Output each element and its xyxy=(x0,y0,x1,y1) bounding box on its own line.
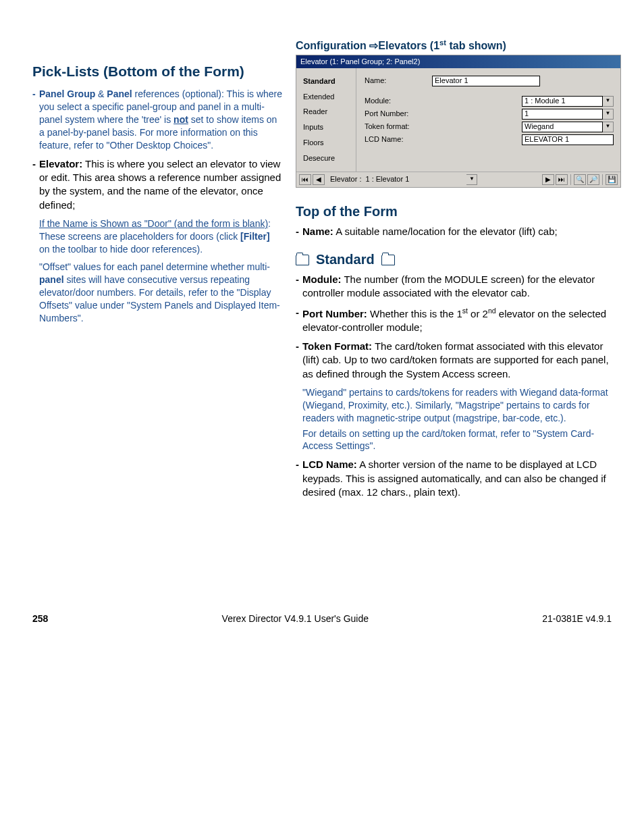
right-column: Configuration ⇨Elevators (1st tab shown)… xyxy=(296,38,621,504)
port-dropdown-icon[interactable]: ▼ xyxy=(603,109,614,120)
tab-floors[interactable]: Floors xyxy=(302,135,353,151)
nav-next-icon[interactable]: ▶ xyxy=(542,174,554,185)
folder-icon xyxy=(296,255,309,265)
tab-extended[interactable]: Extended xyxy=(302,89,353,105)
tab-standard[interactable]: Standard xyxy=(302,74,353,89)
nav-dropdown-icon[interactable]: ▼ xyxy=(466,174,477,185)
footer-right: 21-0381E v4.9.1 xyxy=(542,613,612,625)
token-field[interactable]: Wiegand xyxy=(522,122,603,132)
tab-desecure[interactable]: Desecure xyxy=(302,151,353,166)
dialog-tablist: Standard Extended Reader Inputs Floors D… xyxy=(296,68,356,172)
offset-note: "Offset" values for each panel determine… xyxy=(32,261,282,324)
dialog-titlebar: Elevator (1: Panel Group; 2: Panel2) xyxy=(296,55,620,68)
nav-label: Elevator : xyxy=(330,174,361,184)
picklists-heading: Pick-Lists (Bottom of the Form) xyxy=(32,62,282,81)
elevator-item: - Elevator: This is where you select an … xyxy=(32,157,282,212)
standard-heading: Standard xyxy=(296,251,621,269)
tab-inputs[interactable]: Inputs xyxy=(302,120,353,135)
nav-field[interactable]: 1 : Elevator 1 xyxy=(365,174,466,185)
wiegand-note: "Wiegand" pertains to cards/tokens for r… xyxy=(296,386,621,425)
dialog-navbar: ⏮ ◀ Elevator : 1 : Elevator 1▼ ▶ ⏭ 🔍 🔎 💾 xyxy=(296,172,620,187)
token-item: - Token Format: The card/token format as… xyxy=(296,340,621,381)
lcd-label: LCD Name: xyxy=(365,134,432,145)
tab-reader[interactable]: Reader xyxy=(302,104,353,120)
panel-group-item: - Panel Group & Panel references (option… xyxy=(32,88,282,151)
left-column: Pick-Lists (Bottom of the Form) - Panel … xyxy=(32,38,282,504)
top-form-heading: Top of the Form xyxy=(296,203,621,221)
module-label: Module: xyxy=(365,96,432,106)
nav-last-icon[interactable]: ⏭ xyxy=(556,174,568,185)
footer-center: Verex Director V4.9.1 User's Guide xyxy=(222,613,369,625)
nav-findnext-icon[interactable]: 🔎 xyxy=(587,174,599,185)
module-item: - Module: The number (from the MODULE sc… xyxy=(296,273,621,301)
lcd-field[interactable]: ELEVATOR 1 xyxy=(522,134,614,145)
port-label: Port Number: xyxy=(365,109,432,119)
folder-icon xyxy=(381,255,395,265)
elevator-dialog: Elevator (1: Panel Group; 2: Panel2) Sta… xyxy=(296,55,621,188)
page-number: 258 xyxy=(32,613,48,625)
lcd-item: - LCD Name: A shorter version of the nam… xyxy=(296,458,621,499)
module-dropdown-icon[interactable]: ▼ xyxy=(603,96,614,107)
module-field[interactable]: 1 : Module 1 xyxy=(522,96,603,107)
cardaccess-note: For details on setting up the card/token… xyxy=(296,427,621,453)
name-field[interactable]: Elevator 1 xyxy=(432,76,540,86)
port-field[interactable]: 1 xyxy=(522,109,603,120)
token-dropdown-icon[interactable]: ▼ xyxy=(603,122,614,132)
door-note: If the Name is Shown as "Door" (and the … xyxy=(32,217,282,256)
config-heading: Configuration ⇨Elevators (1st tab shown) xyxy=(296,38,621,53)
port-item: - Port Number: Whether this is the 1st o… xyxy=(296,306,621,335)
nav-prev-icon[interactable]: ◀ xyxy=(313,174,325,185)
nav-find-icon[interactable]: 🔍 xyxy=(574,174,586,185)
nav-save-icon[interactable]: 💾 xyxy=(606,174,618,185)
token-label: Token format: xyxy=(365,122,432,132)
page-footer: 258 Verex Director V4.9.1 User's Guide 2… xyxy=(32,613,612,625)
name-item: - Name: A suitable name/location for the… xyxy=(296,225,621,238)
name-label: Name: xyxy=(365,76,432,86)
nav-first-icon[interactable]: ⏮ xyxy=(299,174,311,185)
